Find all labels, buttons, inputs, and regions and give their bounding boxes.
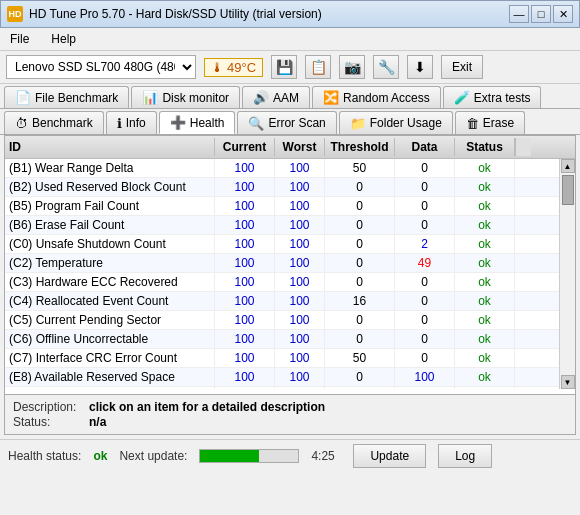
- cell-current: 100: [215, 254, 275, 272]
- cell-threshold: 50: [325, 349, 395, 367]
- cell-worst: 100: [275, 387, 325, 389]
- info-icon: ℹ: [117, 116, 122, 131]
- table-header: ID Current Worst Threshold Data Status: [5, 136, 575, 159]
- minimize-button[interactable]: —: [509, 5, 529, 23]
- cell-status: ok: [455, 330, 515, 348]
- cell-id: (C4) Reallocated Event Count: [5, 292, 215, 310]
- cell-status: ok: [455, 235, 515, 253]
- table-row[interactable]: (B2) Used Reserved Block Count 100 100 0…: [5, 178, 559, 197]
- status-label: Status:: [13, 415, 83, 429]
- cell-id: (B1) Wear Range Delta: [5, 159, 215, 177]
- table-row[interactable]: (B5) Program Fail Count 100 100 0 0 ok: [5, 197, 559, 216]
- maximize-button[interactable]: □: [531, 5, 551, 23]
- table-scroll-area: (B1) Wear Range Delta 100 100 50 0 ok (B…: [5, 159, 575, 389]
- health-status-label: Health status:: [8, 449, 81, 463]
- drive-select[interactable]: Lenovo SSD SL700 480G (480 gB): [6, 55, 196, 79]
- cell-id: (C6) Offline Uncorrectable: [5, 330, 215, 348]
- desc-value: click on an item for a detailed descript…: [89, 400, 325, 414]
- cell-status: ok: [455, 178, 515, 196]
- desc-label: Description:: [13, 400, 83, 414]
- tab-random-access[interactable]: 🔀 Random Access: [312, 86, 441, 108]
- cell-worst: 100: [275, 254, 325, 272]
- health-status-value: ok: [93, 449, 107, 463]
- folder-usage-icon: 📁: [350, 116, 366, 131]
- temperature-badge: 🌡 49°C: [204, 58, 263, 77]
- table-row[interactable]: (F1) LifeTime Writes 100 100 0 27711 ok: [5, 387, 559, 389]
- cell-id: (B5) Program Fail Count: [5, 197, 215, 215]
- cell-data: 0: [395, 159, 455, 177]
- cell-id: (C2) Temperature: [5, 254, 215, 272]
- table-row[interactable]: (B1) Wear Range Delta 100 100 50 0 ok: [5, 159, 559, 178]
- cell-id: (C0) Unsafe Shutdown Count: [5, 235, 215, 253]
- close-button[interactable]: ✕: [553, 5, 573, 23]
- cell-data: 27711: [395, 387, 455, 389]
- icon-btn-1[interactable]: 💾: [271, 55, 297, 79]
- cell-threshold: 0: [325, 273, 395, 291]
- tab-extra-tests[interactable]: 🧪 Extra tests: [443, 86, 542, 108]
- exit-button[interactable]: Exit: [441, 55, 483, 79]
- disk-monitor-icon: 📊: [142, 90, 158, 105]
- header-threshold: Threshold: [325, 138, 395, 156]
- scroll-down-arrow[interactable]: ▼: [561, 375, 575, 389]
- table-row[interactable]: (C5) Current Pending Sector 100 100 0 0 …: [5, 311, 559, 330]
- table-row[interactable]: (C4) Reallocated Event Count 100 100 16 …: [5, 292, 559, 311]
- table-row[interactable]: (C6) Offline Uncorrectable 100 100 0 0 o…: [5, 330, 559, 349]
- cell-worst: 100: [275, 368, 325, 386]
- cell-current: 100: [215, 368, 275, 386]
- cell-worst: 100: [275, 330, 325, 348]
- tab-folder-usage[interactable]: 📁 Folder Usage: [339, 111, 453, 134]
- cell-worst: 100: [275, 273, 325, 291]
- tab-benchmark[interactable]: ⏱ Benchmark: [4, 111, 104, 134]
- table-row[interactable]: (C0) Unsafe Shutdown Count 100 100 0 2 o…: [5, 235, 559, 254]
- scroll-thumb[interactable]: [562, 175, 574, 205]
- progress-bar: [199, 449, 299, 463]
- random-access-icon: 🔀: [323, 90, 339, 105]
- health-table: ID Current Worst Threshold Data Status (…: [4, 135, 576, 395]
- update-button[interactable]: Update: [353, 444, 426, 468]
- icon-btn-2[interactable]: 📋: [305, 55, 331, 79]
- table-row[interactable]: (C2) Temperature 100 100 0 49 ok: [5, 254, 559, 273]
- icon-btn-5[interactable]: ⬇: [407, 55, 433, 79]
- table-row[interactable]: (C7) Interface CRC Error Count 100 100 5…: [5, 349, 559, 368]
- cell-worst: 100: [275, 197, 325, 215]
- scrollbar[interactable]: ▲ ▼: [559, 159, 575, 389]
- cell-current: 100: [215, 235, 275, 253]
- table-row[interactable]: (B6) Erase Fail Count 100 100 0 0 ok: [5, 216, 559, 235]
- cell-current: 100: [215, 349, 275, 367]
- tab-erase[interactable]: 🗑 Erase: [455, 111, 525, 134]
- tab-health[interactable]: ➕ Health: [159, 111, 236, 134]
- menu-file[interactable]: File: [4, 30, 35, 48]
- cell-threshold: 0: [325, 197, 395, 215]
- log-button[interactable]: Log: [438, 444, 492, 468]
- table-row[interactable]: (C3) Hardware ECC Recovered 100 100 0 0 …: [5, 273, 559, 292]
- menu-help[interactable]: Help: [45, 30, 82, 48]
- cell-worst: 100: [275, 292, 325, 310]
- header-status: Status: [455, 138, 515, 156]
- icon-btn-4[interactable]: 🔧: [373, 55, 399, 79]
- table-body[interactable]: (B1) Wear Range Delta 100 100 50 0 ok (B…: [5, 159, 559, 389]
- health-icon: ➕: [170, 115, 186, 130]
- header-data: Data: [395, 138, 455, 156]
- status-value: n/a: [89, 415, 106, 429]
- header-worst: Worst: [275, 138, 325, 156]
- title-bar: HD HD Tune Pro 5.70 - Hard Disk/SSD Util…: [0, 0, 580, 28]
- icon-btn-3[interactable]: 📷: [339, 55, 365, 79]
- status-bar: Health status: ok Next update: 4:25 Upda…: [0, 439, 580, 472]
- cell-data: 0: [395, 273, 455, 291]
- cell-status: ok: [455, 368, 515, 386]
- cell-threshold: 0: [325, 330, 395, 348]
- benchmark-icon: ⏱: [15, 116, 28, 131]
- tab-error-scan[interactable]: 🔍 Error Scan: [237, 111, 336, 134]
- tab-info[interactable]: ℹ Info: [106, 111, 157, 134]
- scroll-up-arrow[interactable]: ▲: [561, 159, 575, 173]
- cell-data: 0: [395, 178, 455, 196]
- aam-icon: 🔊: [253, 90, 269, 105]
- tab-aam[interactable]: 🔊 AAM: [242, 86, 310, 108]
- tabs-row1: 📄 File Benchmark 📊 Disk monitor 🔊 AAM 🔀 …: [0, 84, 580, 109]
- cell-id: (B6) Erase Fail Count: [5, 216, 215, 234]
- cell-id: (E8) Available Reserved Space: [5, 368, 215, 386]
- tab-file-benchmark[interactable]: 📄 File Benchmark: [4, 86, 129, 108]
- tab-disk-monitor[interactable]: 📊 Disk monitor: [131, 86, 240, 108]
- table-row[interactable]: (E8) Available Reserved Space 100 100 0 …: [5, 368, 559, 387]
- cell-threshold: 0: [325, 178, 395, 196]
